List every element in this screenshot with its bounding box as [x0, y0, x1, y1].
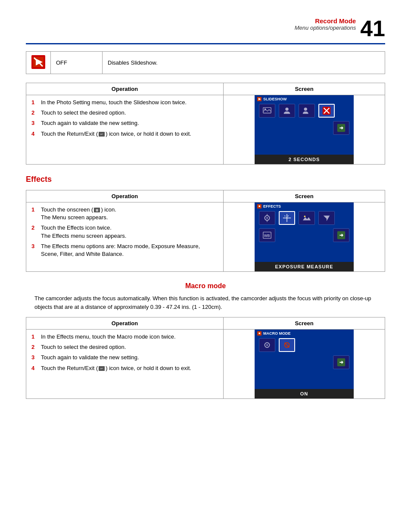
- slideshow-step-1: 1 In the Photo Setting menu, touch the S…: [31, 99, 218, 106]
- slideshow-camera-screen: ▶ SLIDESHOW: [255, 95, 354, 164]
- svg-point-21: [304, 216, 306, 218]
- macro-op-header: Operation: [26, 317, 224, 330]
- effects-icons-row-1: [255, 209, 354, 227]
- effects-cam-icon-scene: [299, 211, 315, 225]
- macro-step-4: 4 Touch the Return/Exit (↩) icon twice, …: [31, 364, 218, 372]
- macro-cam-icon-exit: [333, 355, 349, 369]
- cam-icon-landscape: [259, 104, 275, 118]
- macro-icons-row-1: [255, 336, 354, 354]
- macro-step-3: 3 Touch again to validate the new settin…: [31, 354, 218, 361]
- macro-step-2: 2 Touch to select the desired option.: [31, 343, 218, 351]
- slideshow-steps-cell: 1 In the Photo Setting menu, touch the S…: [26, 95, 224, 165]
- effects-cam-icon-exit: [333, 228, 349, 242]
- effects-bottom-bar: EXPOSURE MEASURE: [255, 262, 354, 271]
- off-description: Disables Slideshow.: [103, 52, 385, 74]
- slideshow-steps-list: 1 In the Photo Setting menu, touch the S…: [31, 99, 218, 138]
- off-table: OFF Disables Slideshow.: [26, 51, 385, 74]
- effects-screen-cell: ■ EFFECTS: [224, 202, 385, 272]
- svg-point-7: [304, 108, 307, 111]
- slideshow-op-header: Operation: [26, 83, 224, 95]
- effects-screen-label-icon: ■: [257, 204, 262, 208]
- page-container: Record Mode Menu options/operations 41 O…: [0, 0, 411, 532]
- header-divider: [26, 43, 385, 44]
- header-title-block: Record Mode Menu options/operations: [295, 17, 356, 31]
- off-icon-cell: [26, 52, 51, 74]
- macro-cam-icon-on: [259, 338, 275, 352]
- macro-camera-screen: ■ MACRO MODE: [255, 330, 354, 398]
- macro-step-1: 1 In the Effects menu, touch the Macro m…: [31, 333, 218, 341]
- macro-heading: Macro mode: [26, 282, 385, 290]
- slideshow-screen-header: Screen: [224, 83, 385, 95]
- macro-body: The camcorder adjusts the focus automati…: [26, 294, 385, 311]
- effects-cam-icon-wb: WB: [259, 228, 275, 242]
- macro-bottom-bar: ON: [255, 389, 354, 398]
- effects-cam-icon-macro: [259, 211, 275, 225]
- macro-steps-cell: 1 In the Effects menu, touch the Macro m…: [26, 330, 224, 399]
- off-label: OFF: [51, 52, 103, 74]
- slideshow-ops-table: Operation Screen 1 In the Photo Setting …: [26, 83, 385, 165]
- menu-icon: ▦: [94, 208, 100, 212]
- effects-step-1: 1 Touch the onscreen (▦) icon. The Menu …: [31, 206, 218, 221]
- macro-cam-icon-off: [279, 338, 295, 352]
- cam-icon-profile: [299, 104, 315, 118]
- effects-icons-row-2: WB: [255, 227, 354, 244]
- slideshow-icons-row: [255, 102, 354, 119]
- macro-return-exit-icon: ↩: [99, 366, 105, 371]
- return-exit-icon: ↩: [99, 132, 105, 137]
- macro-screen-label: ■ MACRO MODE: [255, 330, 354, 336]
- cam-icon-portrait: [279, 104, 295, 118]
- slideshow-bottom-bar: 2 SECONDS: [255, 155, 354, 164]
- svg-point-26: [266, 344, 268, 346]
- effects-ops-table: Operation Screen 1 Touch the onscreen (▦…: [26, 190, 385, 272]
- effects-step-2: 2 Touch the Effects icon twice. The Effe…: [31, 224, 218, 240]
- page-subtitle: Menu options/operations: [295, 25, 356, 31]
- effects-screen-header: Screen: [224, 190, 385, 202]
- svg-point-6: [285, 108, 288, 111]
- macro-steps-list: 1 In the Effects menu, touch the Macro m…: [31, 333, 218, 372]
- slideshow-step-4: 4 Touch the Return/Exit (↩) icon twice, …: [31, 130, 218, 138]
- cam-icon-off: [318, 104, 335, 118]
- macro-icons-row-2: [255, 354, 354, 371]
- page-title: Record Mode: [295, 17, 356, 25]
- effects-cam-icon-exposure: [279, 211, 295, 225]
- macro-screen-label-icon: ■: [257, 331, 262, 336]
- slideshow-screen-label-icon: ▶: [257, 97, 262, 101]
- cam-icon-exit: [333, 121, 349, 135]
- effects-screen-label: ■ EFFECTS: [255, 202, 354, 209]
- macro-ops-table: Operation Screen 1 In the Effects menu, …: [26, 317, 385, 399]
- macro-screen-header: Screen: [224, 317, 385, 330]
- slideshow-screen-label: ▶ SLIDESHOW: [255, 95, 354, 102]
- effects-op-header: Operation: [26, 190, 224, 202]
- macro-screen-cell: ■ MACRO MODE: [224, 330, 385, 399]
- effects-heading: Effects: [26, 175, 385, 184]
- svg-point-13: [266, 217, 268, 219]
- effects-cam-icon-filter: [318, 211, 335, 225]
- page-header: Record Mode Menu options/operations 41: [26, 17, 385, 40]
- effects-camera-screen: ■ EFFECTS: [255, 202, 354, 271]
- svg-text:WB: WB: [264, 234, 270, 238]
- slideshow-icons-row-2: [255, 119, 354, 137]
- slideshow-step-3: 3 Touch again to validate the new settin…: [31, 119, 218, 127]
- effects-steps-cell: 1 Touch the onscreen (▦) icon. The Menu …: [26, 202, 224, 272]
- slideshow-step-2: 2 Touch to select the desired option.: [31, 109, 218, 117]
- slideshow-off-icon: [31, 55, 45, 69]
- effects-step-3: 3 The Effects menu options are: Macro mo…: [31, 243, 218, 258]
- page-number: 41: [360, 17, 385, 40]
- svg-point-5: [265, 109, 266, 110]
- slideshow-screen-cell: ▶ SLIDESHOW: [224, 95, 385, 165]
- effects-steps-list: 1 Touch the onscreen (▦) icon. The Menu …: [31, 206, 218, 258]
